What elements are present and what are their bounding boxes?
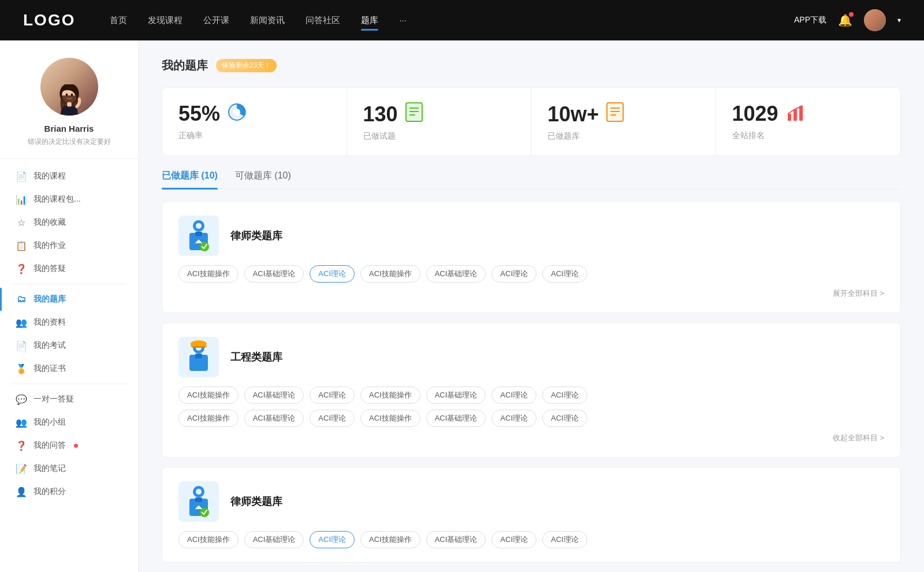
sidebar-item-label: 我的笔记 <box>33 463 66 474</box>
tag[interactable]: ACI基础理论 <box>426 410 486 427</box>
engineer-svg <box>184 340 214 374</box>
expand-link-1[interactable]: 展开全部科目 > <box>178 288 884 299</box>
sidebar-item-one-on-one[interactable]: 💬 一对一答疑 <box>0 388 138 411</box>
stat-rank: 1029 全站排名 <box>716 88 901 155</box>
stat-accuracy: 55% 正确率 <box>162 88 347 155</box>
collapse-link-2[interactable]: 收起全部科目 > <box>178 433 884 443</box>
tag[interactable]: ACI基础理论 <box>244 265 304 283</box>
nav-qa[interactable]: 问答社区 <box>305 13 340 28</box>
tag[interactable]: ACI理论 <box>542 410 587 427</box>
nav-right: APP下载 🔔 ▾ <box>794 9 901 31</box>
doc-orange-icon <box>606 102 624 127</box>
nav-questionbank[interactable]: 题库 <box>361 13 378 28</box>
tag[interactable]: ACI理论 <box>310 410 355 427</box>
sidebar-item-notes[interactable]: 📝 我的笔记 <box>0 457 138 480</box>
sidebar-item-certificates[interactable]: 🏅 我的证书 <box>0 357 138 380</box>
sidebar-item-questions[interactable]: ❓ 我的答疑 <box>0 257 138 280</box>
qbank-icon-lawyer-1 <box>178 216 219 256</box>
sidebar-item-label: 我的收藏 <box>33 217 66 228</box>
sidebar-item-label: 我的考试 <box>33 340 66 351</box>
menu-divider-2 <box>12 384 126 384</box>
nav-links: 首页 发现课程 公开课 新闻资讯 问答社区 题库 ··· <box>110 13 794 28</box>
nav-home[interactable]: 首页 <box>110 13 127 28</box>
tag[interactable]: ACI基础理论 <box>244 410 304 427</box>
sidebar-item-exams[interactable]: 📄 我的考试 <box>0 334 138 357</box>
chat-icon: 💬 <box>16 394 27 404</box>
qbank-name-3: 律师类题库 <box>230 495 282 508</box>
avatar[interactable] <box>864 9 886 31</box>
qbank-card-1: 律师类题库 ACI技能操作 ACI基础理论 ACI理论 ACI技能操作 ACI基… <box>162 201 901 313</box>
sidebar-item-question-bank[interactable]: 🗂 我的题库 <box>0 288 138 311</box>
svg-rect-32 <box>195 497 202 502</box>
sidebar-item-my-qa[interactable]: ❓ 我的问答 <box>0 434 138 457</box>
tab-available-banks[interactable]: 可做题库 (10) <box>235 170 291 189</box>
tag[interactable]: ACI基础理论 <box>244 387 304 404</box>
tag[interactable]: ACI理论 <box>491 387 536 404</box>
stat-top-q: 130 <box>363 102 515 127</box>
stat-top-accuracy: 55% <box>178 102 330 126</box>
tag-active[interactable]: ACI理论 <box>310 265 355 283</box>
sidebar-item-points[interactable]: 👤 我的积分 <box>0 480 138 503</box>
tag[interactable]: ACI理论 <box>310 387 355 404</box>
sidebar-item-label: 我的课程包... <box>33 194 81 205</box>
qbank-icon-engineer <box>178 337 219 377</box>
tag[interactable]: ACI技能操作 <box>178 410 239 427</box>
tag[interactable]: ACI技能操作 <box>178 265 239 283</box>
tag[interactable]: ACI理论 <box>491 265 536 283</box>
star-icon: ☆ <box>16 217 27 228</box>
doc-green-icon <box>405 102 423 127</box>
svg-rect-29 <box>192 346 205 348</box>
sidebar-item-label: 我的小组 <box>33 417 66 428</box>
tags-row-2b: ACI技能操作 ACI基础理论 ACI理论 ACI技能操作 ACI基础理论 AC… <box>178 410 884 427</box>
tag[interactable]: ACI理论 <box>491 410 536 427</box>
tag[interactable]: ACI基础理论 <box>426 387 486 404</box>
sidebar-item-materials[interactable]: 👥 我的资料 <box>0 311 138 334</box>
question-icon: ❓ <box>16 263 27 274</box>
tag[interactable]: ACI基础理论 <box>426 531 486 548</box>
nav-discover[interactable]: 发现课程 <box>148 13 182 28</box>
tag[interactable]: ACI基础理论 <box>426 265 486 283</box>
tag-active[interactable]: ACI理论 <box>310 531 355 548</box>
sidebar-menu: 📄 我的课程 📊 我的课程包... ☆ 我的收藏 📋 我的作业 ❓ 我的答疑 � <box>0 165 138 503</box>
tag[interactable]: ACI技能操作 <box>178 531 239 548</box>
completed-banks-value: 10w+ <box>547 102 599 127</box>
tag[interactable]: ACI技能操作 <box>360 265 420 283</box>
tag[interactable]: ACI理论 <box>491 531 536 548</box>
exam-icon: 📄 <box>16 340 27 351</box>
tag[interactable]: ACI理论 <box>542 265 587 283</box>
nav-news[interactable]: 新闻资讯 <box>250 13 285 28</box>
packages-icon: 📊 <box>16 194 27 205</box>
sidebar-item-my-courses[interactable]: 📄 我的课程 <box>0 165 138 188</box>
sidebar: Brian Harris 错误的决定比没有决定要好 📄 我的课程 📊 我的课程包… <box>0 40 139 572</box>
sidebar-item-course-packages[interactable]: 📊 我的课程包... <box>0 188 138 211</box>
sidebar-item-homework[interactable]: 📋 我的作业 <box>0 234 138 257</box>
qbank-name-2: 工程类题库 <box>230 350 282 364</box>
svg-rect-25 <box>195 354 202 358</box>
navbar: LOGO 首页 发现课程 公开课 新闻资讯 问答社区 题库 ··· APP下载 … <box>0 0 924 40</box>
page-title: 我的题库 <box>162 58 208 73</box>
rank-value: 1029 <box>732 102 778 126</box>
sidebar-item-favorites[interactable]: ☆ 我的收藏 <box>0 211 138 234</box>
tag[interactable]: ACI技能操作 <box>360 531 420 548</box>
tag[interactable]: ACI基础理论 <box>244 531 304 548</box>
nav-more[interactable]: ··· <box>399 13 407 28</box>
tag[interactable]: ACI技能操作 <box>178 387 239 404</box>
qbank-card-2: 工程类题库 ACI技能操作 ACI基础理论 ACI理论 ACI技能操作 ACI基… <box>162 322 901 458</box>
tag[interactable]: ACI理论 <box>542 531 587 548</box>
menu-divider <box>12 284 126 284</box>
points-icon: 👤 <box>16 486 27 497</box>
avatar-chevron-icon[interactable]: ▾ <box>897 16 901 24</box>
tags-row-2a: ACI技能操作 ACI基础理论 ACI理论 ACI技能操作 ACI基础理论 AC… <box>178 387 884 404</box>
svg-rect-2 <box>67 102 72 107</box>
svg-point-4 <box>70 94 73 96</box>
tab-completed-banks[interactable]: 已做题库 (10) <box>162 170 218 189</box>
tag[interactable]: ACI技能操作 <box>360 410 420 427</box>
nav-open[interactable]: 公开课 <box>203 13 229 28</box>
tag[interactable]: ACI理论 <box>542 387 587 404</box>
app-download-link[interactable]: APP下载 <box>794 15 826 25</box>
notification-bell[interactable]: 🔔 <box>838 13 852 27</box>
tag[interactable]: ACI技能操作 <box>360 387 420 404</box>
qbank-header-1: 律师类题库 <box>178 216 884 256</box>
sidebar-item-groups[interactable]: 👥 我的小组 <box>0 411 138 434</box>
stat-completed-banks: 10w+ 已做题库 <box>531 88 716 155</box>
